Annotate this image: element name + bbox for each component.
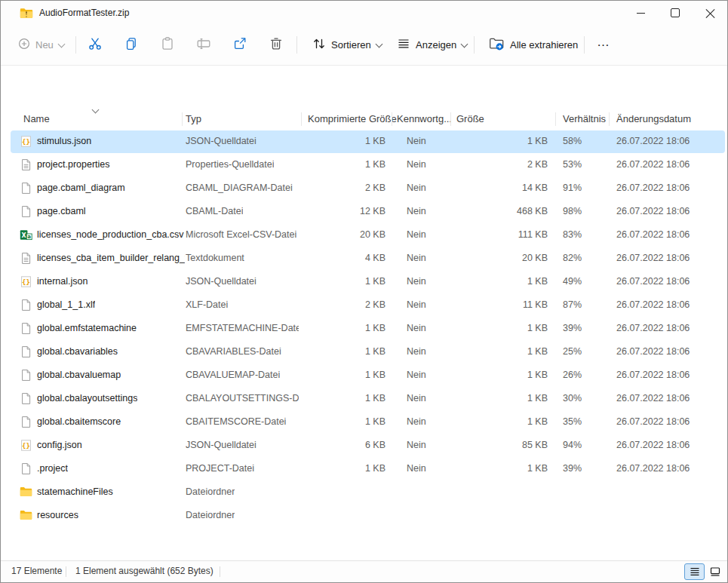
file-row[interactable]: page.cbaml_diagram CBAML_DIAGRAM-Datei 2… xyxy=(1,176,727,200)
file-row[interactable]: global.emfstatemachine EMFSTATEMACHINE-D… xyxy=(1,317,727,340)
window-title: AudioFormatTester.zip xyxy=(39,8,129,18)
column-header-compressed-size[interactable]: Komprimierte Größe xyxy=(308,106,397,130)
column-separator[interactable] xyxy=(450,112,451,126)
file-compressed-size: 12 KB xyxy=(301,200,386,223)
close-icon xyxy=(705,8,715,18)
sort-arrows-icon xyxy=(312,37,326,53)
column-header-size[interactable]: Größe xyxy=(456,106,484,130)
json-file-icon: {} xyxy=(20,275,32,288)
window-controls xyxy=(623,1,727,25)
view-button[interactable]: Anzeigen xyxy=(390,32,474,58)
file-password-protected: Nein xyxy=(407,270,426,293)
column-separator[interactable] xyxy=(301,112,302,126)
file-type: CBAML_DIAGRAM-Datei xyxy=(186,176,293,200)
extract-all-button[interactable]: Alle extrahieren xyxy=(482,32,585,58)
new-button[interactable]: Neu xyxy=(11,32,71,58)
sort-button-label: Sortieren xyxy=(331,39,371,51)
svg-text:X: X xyxy=(22,232,27,239)
file-ratio: 94% xyxy=(563,434,582,457)
close-button[interactable] xyxy=(693,1,727,25)
file-modified-date: 26.07.2022 18:06 xyxy=(616,176,690,200)
rename-button[interactable] xyxy=(189,32,218,58)
file-password-protected: Nein xyxy=(407,410,426,434)
file-size: 14 KB xyxy=(456,176,548,200)
file-type: CBALAYOUTSETTINGS-Da... xyxy=(186,387,299,410)
toolbar-separator xyxy=(75,36,76,54)
file-name: global.emfstatemachine xyxy=(37,317,137,340)
statusbar-separator xyxy=(66,566,66,577)
status-selection: 1 Element ausgewählt (652 Bytes) xyxy=(75,561,213,581)
file-ratio: 98% xyxy=(563,200,582,223)
delete-button[interactable] xyxy=(262,32,290,58)
file-row[interactable]: {} stimulus.json JSON-Quelldatei 1 KB Ne… xyxy=(1,130,727,153)
file-row[interactable]: global.cbalayoutsettings CBALAYOUTSETTIN… xyxy=(1,387,727,410)
share-button[interactable] xyxy=(226,32,254,58)
column-separator[interactable] xyxy=(182,112,183,126)
file-size: 1 KB xyxy=(456,364,548,387)
file-modified-date: 26.07.2022 18:06 xyxy=(616,247,690,270)
file-name: global.cbalayoutsettings xyxy=(37,387,137,410)
titlebar: AudioFormatTester.zip xyxy=(1,1,727,25)
column-header-type[interactable]: Typ xyxy=(186,106,201,130)
file-row[interactable]: {} config.json JSON-Quelldatei 6 KB Nein… xyxy=(1,434,727,457)
toolbar-separator xyxy=(584,36,585,54)
file-row[interactable]: global.cbavaluemap CBAVALUEMAP-Datei 1 K… xyxy=(1,364,727,387)
file-row[interactable]: global_1_1.xlf XLF-Datei 2 KB Nein 11 KB… xyxy=(1,293,727,317)
excel-file-icon: Xa xyxy=(20,229,32,241)
file-row[interactable]: global.cbavariables CBAVARIABLES-Datei 1… xyxy=(1,340,727,364)
toolbar-separator xyxy=(296,36,297,54)
maximize-button[interactable] xyxy=(658,1,693,25)
file-type: Microsoft Excel-CSV-Datei xyxy=(186,223,296,247)
file-size: 20 KB xyxy=(456,247,548,270)
file-modified-date: 26.07.2022 18:06 xyxy=(616,457,690,480)
column-header-modified-date[interactable]: Änderungsdatum xyxy=(616,106,691,130)
copy-button[interactable] xyxy=(117,32,146,58)
file-row[interactable]: .project PROJECT-Datei 1 KB Nein 1 KB 39… xyxy=(1,457,727,480)
scissors-icon xyxy=(88,36,103,54)
blank-file-icon xyxy=(20,205,32,218)
paste-button[interactable] xyxy=(153,32,182,58)
file-row[interactable]: global.cbaitemscore CBAITEMSCORE-Datei 1… xyxy=(1,410,727,434)
file-ratio: 91% xyxy=(563,176,582,200)
file-row[interactable]: page.cbaml CBAML-Datei 12 KB Nein 468 KB… xyxy=(1,200,727,223)
file-password-protected: Nein xyxy=(407,153,426,176)
json-file-icon: {} xyxy=(20,439,32,452)
column-header-ratio[interactable]: Verhältnis xyxy=(563,106,606,130)
file-row[interactable]: Xa licenses_node_production_cba.csv Micr… xyxy=(1,223,727,247)
column-header-password[interactable]: Kennwortg... xyxy=(397,106,452,130)
file-name: licenses_node_production_cba.csv xyxy=(37,223,184,247)
file-compressed-size: 1 KB xyxy=(301,457,386,480)
large-icons-view-icon xyxy=(710,566,720,577)
file-row[interactable]: resources Dateiordner xyxy=(1,504,727,527)
file-type: XLF-Datei xyxy=(186,293,228,317)
sort-button[interactable]: Sortieren xyxy=(306,32,389,58)
blank-file-icon xyxy=(20,322,32,335)
file-type: JSON-Quelldatei xyxy=(186,434,256,457)
column-header-name[interactable]: Name xyxy=(23,106,50,130)
toolbar-separator xyxy=(474,36,475,54)
file-size: 11 KB xyxy=(456,293,548,317)
file-row[interactable]: {} internal.json JSON-Quelldatei 1 KB Ne… xyxy=(1,270,727,293)
cut-button[interactable] xyxy=(81,32,109,58)
more-options-button[interactable]: … xyxy=(590,32,617,58)
file-name: licenses_cba_item_builder_relang_t... xyxy=(37,247,185,270)
details-view-button[interactable] xyxy=(684,563,705,580)
file-compressed-size: 1 KB xyxy=(301,130,386,153)
file-row[interactable]: statemachineFiles Dateiordner xyxy=(1,480,727,504)
column-separator[interactable] xyxy=(392,112,392,126)
large-icons-view-button[interactable] xyxy=(705,563,725,580)
textdoc-file-icon xyxy=(20,252,32,265)
file-type: EMFSTATEMACHINE-Datei xyxy=(186,317,299,340)
clipboard-paste-icon xyxy=(160,36,175,54)
file-row[interactable]: project.properties Properties-Quelldatei… xyxy=(1,153,727,176)
file-password-protected: Nein xyxy=(407,176,426,200)
file-name: resources xyxy=(37,504,78,527)
minimize-button[interactable] xyxy=(623,1,658,25)
column-separator[interactable] xyxy=(609,112,610,126)
column-separator[interactable] xyxy=(555,112,556,126)
file-name: global.cbavariables xyxy=(37,340,118,364)
file-compressed-size: 6 KB xyxy=(301,434,386,457)
statusbar: 17 Elemente 1 Element ausgewählt (652 By… xyxy=(1,560,727,582)
file-size: 1 KB xyxy=(456,317,548,340)
file-row[interactable]: licenses_cba_item_builder_relang_t... Te… xyxy=(1,247,727,270)
